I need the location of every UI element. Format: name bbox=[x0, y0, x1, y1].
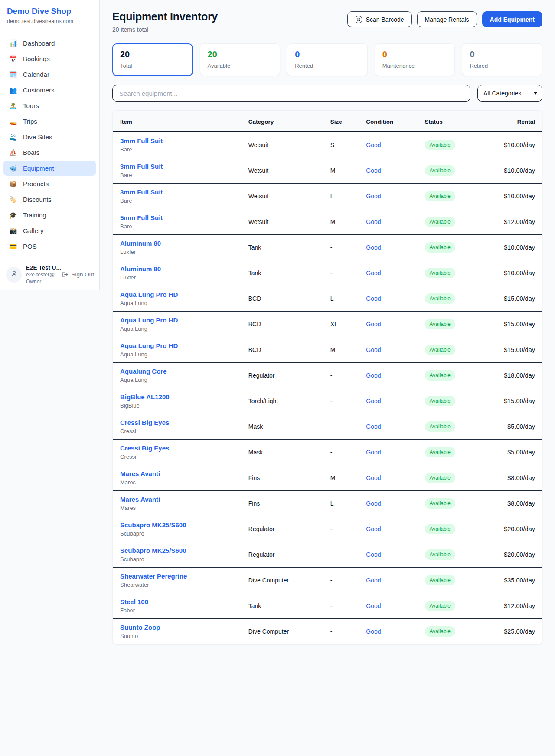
sidebar-item-pos[interactable]: 💳POS bbox=[3, 239, 96, 254]
status-cell: Available bbox=[421, 184, 481, 209]
condition-link[interactable]: Good bbox=[366, 295, 381, 302]
sidebar-item-dashboard[interactable]: 📊Dashboard bbox=[3, 36, 96, 51]
sidebar-item-trips[interactable]: 🚤Trips bbox=[3, 114, 96, 129]
table-row: Aqua Lung Pro HDAqua LungBCDLGoodAvailab… bbox=[113, 286, 542, 312]
item-name-link[interactable]: Scubapro MK25/S600 bbox=[120, 547, 242, 554]
condition-cell: Good bbox=[362, 440, 421, 465]
item-name-link[interactable]: Mares Avanti bbox=[120, 496, 242, 503]
item-name-link[interactable]: Shearwater Peregrine bbox=[120, 572, 242, 580]
sidebar-item-gallery[interactable]: 📸Gallery bbox=[3, 223, 96, 238]
condition-link[interactable]: Good bbox=[366, 577, 381, 584]
condition-link[interactable]: Good bbox=[366, 551, 381, 558]
item-name-link[interactable]: Steel 100 bbox=[120, 598, 242, 605]
condition-link[interactable]: Good bbox=[366, 321, 381, 328]
condition-link[interactable]: Good bbox=[366, 526, 381, 532]
item-name-link[interactable]: Aluminum 80 bbox=[120, 240, 242, 247]
item-name-link[interactable]: Mares Avanti bbox=[120, 470, 242, 477]
brand-domain: demo.test.divestreams.com bbox=[7, 18, 92, 24]
item-name-link[interactable]: 5mm Full Suit bbox=[120, 214, 242, 221]
condition-link[interactable]: Good bbox=[366, 270, 381, 276]
condition-cell: Good bbox=[362, 209, 421, 235]
item-name-link[interactable]: Suunto Zoop bbox=[120, 624, 242, 631]
sign-out-button[interactable]: Sign Out bbox=[62, 271, 94, 278]
column-header-status: Status bbox=[421, 111, 481, 132]
island-icon: 🏝️ bbox=[9, 102, 17, 109]
stat-card-maintenance[interactable]: 0Maintenance bbox=[375, 43, 455, 76]
sidebar-item-customers[interactable]: 👥Customers bbox=[3, 82, 96, 98]
item-cell: Scubapro MK25/S600Scubapro bbox=[113, 516, 245, 542]
condition-link[interactable]: Good bbox=[366, 346, 381, 353]
condition-link[interactable]: Good bbox=[366, 602, 381, 609]
sidebar-item-calendar[interactable]: 🗓️Calendar bbox=[3, 67, 96, 82]
item-name-link[interactable]: Cressi Big Eyes bbox=[120, 419, 242, 426]
brand-name[interactable]: Demo Dive Shop bbox=[7, 7, 92, 16]
item-cell: BigBlue AL1200BigBlue bbox=[113, 388, 245, 414]
condition-link[interactable]: Good bbox=[366, 244, 381, 251]
speedboat-icon: 🚤 bbox=[9, 118, 17, 125]
size-cell: - bbox=[327, 388, 363, 414]
status-badge: Available bbox=[425, 498, 455, 509]
condition-link[interactable]: Good bbox=[366, 141, 381, 148]
search-input[interactable] bbox=[112, 85, 470, 102]
condition-link[interactable]: Good bbox=[366, 474, 381, 481]
item-name-link[interactable]: BigBlue AL1200 bbox=[120, 393, 242, 401]
item-name-link[interactable]: Cressi Big Eyes bbox=[120, 444, 242, 452]
stat-value: 20 bbox=[120, 49, 185, 59]
stat-card-total[interactable]: 20Total bbox=[112, 43, 193, 76]
stat-card-retired[interactable]: 0Retired bbox=[462, 43, 542, 76]
condition-link[interactable]: Good bbox=[366, 398, 381, 404]
item-name-link[interactable]: Aqualung Core bbox=[120, 368, 242, 375]
condition-link[interactable]: Good bbox=[366, 449, 381, 456]
sidebar-item-boats[interactable]: ⛵Boats bbox=[3, 145, 96, 160]
item-name-link[interactable]: 3mm Full Suit bbox=[120, 163, 242, 170]
scan-barcode-button[interactable]: Scan Barcode bbox=[347, 11, 412, 27]
category-cell: Wetsuit bbox=[245, 158, 327, 184]
category-cell: BCD bbox=[245, 312, 327, 337]
bar-chart-icon: 📊 bbox=[9, 40, 17, 46]
sidebar-item-bookings[interactable]: 📅Bookings bbox=[3, 51, 96, 66]
item-name-link[interactable]: Aqua Lung Pro HD bbox=[120, 316, 242, 324]
size-cell: - bbox=[327, 260, 363, 286]
item-name-link[interactable]: 3mm Full Suit bbox=[120, 137, 242, 145]
rental-cell: $10.00/day bbox=[481, 260, 542, 286]
sign-out-icon bbox=[62, 271, 69, 278]
item-brand: Aqua Lung bbox=[120, 325, 242, 332]
sidebar-item-equipment[interactable]: 🤿Equipment bbox=[3, 161, 96, 176]
stat-card-rented[interactable]: 0Rented bbox=[287, 43, 368, 76]
status-cell: Available bbox=[421, 363, 481, 388]
sidebar-item-tours[interactable]: 🏝️Tours bbox=[3, 98, 96, 113]
item-cell: Mares AvantiMares bbox=[113, 491, 245, 516]
item-brand: Faber bbox=[120, 607, 242, 614]
sidebar-item-dive-sites[interactable]: 🌊Dive Sites bbox=[3, 129, 96, 145]
stat-card-available[interactable]: 20Available bbox=[200, 43, 281, 76]
sidebar-item-discounts[interactable]: 🏷️Discounts bbox=[3, 192, 96, 207]
add-equipment-button[interactable]: Add Equipment bbox=[482, 11, 542, 27]
item-brand: BigBlue bbox=[120, 402, 242, 409]
condition-link[interactable]: Good bbox=[366, 218, 381, 225]
condition-link[interactable]: Good bbox=[366, 372, 381, 379]
sidebar-item-training[interactable]: 🎓Training bbox=[3, 207, 96, 223]
item-name-link[interactable]: Aluminum 80 bbox=[120, 265, 242, 273]
condition-cell: Good bbox=[362, 593, 421, 619]
status-cell: Available bbox=[421, 388, 481, 414]
manage-rentals-button[interactable]: Manage Rentals bbox=[417, 11, 477, 27]
condition-link[interactable]: Good bbox=[366, 167, 381, 174]
table-row: Aqua Lung Pro HDAqua LungBCDXLGoodAvaila… bbox=[113, 312, 542, 337]
condition-link[interactable]: Good bbox=[366, 423, 381, 430]
category-select[interactable]: All Categories bbox=[477, 85, 542, 102]
item-name-link[interactable]: 3mm Full Suit bbox=[120, 188, 242, 196]
size-cell: M bbox=[327, 337, 363, 363]
item-name-link[interactable]: Aqua Lung Pro HD bbox=[120, 342, 242, 349]
rental-cell: $10.00/day bbox=[481, 235, 542, 260]
column-header-item: Item bbox=[113, 111, 245, 132]
condition-link[interactable]: Good bbox=[366, 500, 381, 507]
condition-link[interactable]: Good bbox=[366, 193, 381, 200]
sidebar-item-products[interactable]: 📦Products bbox=[3, 176, 96, 191]
table-row: Scubapro MK25/S600ScubaproRegulator-Good… bbox=[113, 542, 542, 568]
table-row: Mares AvantiMaresFinsLGoodAvailable$8.00… bbox=[113, 491, 542, 516]
item-name-link[interactable]: Scubapro MK25/S600 bbox=[120, 521, 242, 529]
size-cell: - bbox=[327, 593, 363, 619]
calendar-date-icon: 📅 bbox=[9, 56, 17, 62]
condition-link[interactable]: Good bbox=[366, 628, 381, 635]
item-name-link[interactable]: Aqua Lung Pro HD bbox=[120, 291, 242, 298]
